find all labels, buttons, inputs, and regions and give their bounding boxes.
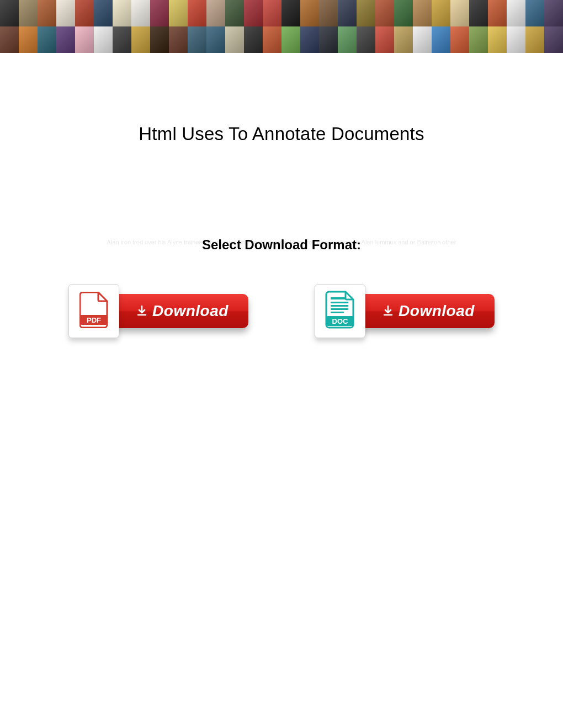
download-format-heading: Select Download Format: [0,237,563,253]
page-title: Html Uses To Annotate Documents [0,124,563,144]
svg-rect-4 [331,308,348,310]
banner-thumb [375,0,394,26]
banner-thumb [300,0,319,26]
download-pdf-button[interactable]: Download [109,294,248,328]
download-arrow-icon [382,305,394,317]
banner-thumb [394,0,413,26]
banner-thumb [357,0,375,26]
banner-thumb [282,26,300,53]
banner-thumb [131,26,150,53]
banner-thumb [244,26,263,53]
banner-thumb [282,0,300,26]
banner-thumb [450,0,469,26]
banner-thumb [19,0,38,26]
pdf-file-card: PDF [68,284,119,338]
svg-rect-2 [331,302,348,303]
banner-row [0,26,563,53]
banner-thumb [413,26,432,53]
banner-row [0,0,563,26]
banner-thumb [19,26,38,53]
download-doc-button[interactable]: Download [355,294,495,328]
pdf-file-icon: PDF [79,292,108,330]
banner-thumb [94,26,113,53]
download-doc[interactable]: DOC Download [315,284,495,338]
banner-thumb [38,0,56,26]
banner-thumb [525,26,544,53]
banner-thumb [488,0,507,26]
banner-thumb [169,0,188,26]
banner-thumb [432,26,450,53]
banner-thumb [150,0,169,26]
banner-thumb [150,26,169,53]
banner-thumb [263,26,282,53]
banner-thumb [38,26,56,53]
banner-thumb [113,0,131,26]
banner-thumb [113,26,131,53]
banner-thumb [357,26,375,53]
banner-thumb [525,0,544,26]
svg-rect-1 [331,297,346,299]
banner-thumb [75,26,94,53]
banner-thumb [263,0,282,26]
banner-thumb [206,26,225,53]
banner-thumb [300,26,319,53]
banner-thumb [188,0,206,26]
banner-thumb [450,26,469,53]
download-buttons-row: PDF Download [0,284,563,338]
doc-file-card: DOC [315,284,365,338]
top-banner [0,0,563,53]
banner-thumb [0,0,19,26]
banner-thumb [413,0,432,26]
banner-thumb [319,26,338,53]
svg-rect-5 [331,312,344,313]
download-arrow-icon [136,305,148,317]
banner-thumb [507,26,525,53]
banner-thumb [169,26,188,53]
banner-thumb [544,26,563,53]
banner-thumb [375,26,394,53]
banner-thumb [432,0,450,26]
banner-thumb [469,0,488,26]
download-pdf[interactable]: PDF Download [68,284,248,338]
banner-thumb [338,0,357,26]
banner-thumb [544,0,563,26]
banner-thumb [131,0,150,26]
banner-thumb [75,0,94,26]
banner-thumb [488,26,507,53]
banner-thumb [206,0,225,26]
banner-thumb [56,26,75,53]
banner-thumb [507,0,525,26]
pdf-badge-text: PDF [87,316,101,324]
download-doc-label: Download [399,302,475,320]
banner-thumb [225,26,244,53]
banner-thumb [188,26,206,53]
banner-thumb [0,26,19,53]
banner-thumb [225,0,244,26]
download-pdf-label: Download [152,302,229,320]
banner-thumb [394,26,413,53]
banner-thumb [244,0,263,26]
doc-file-icon: DOC [325,291,355,331]
svg-rect-3 [331,305,348,307]
banner-thumb [338,26,357,53]
banner-thumb [319,0,338,26]
doc-badge-text: DOC [332,317,349,325]
banner-thumb [94,0,113,26]
banner-thumb [56,0,75,26]
banner-thumb [469,26,488,53]
